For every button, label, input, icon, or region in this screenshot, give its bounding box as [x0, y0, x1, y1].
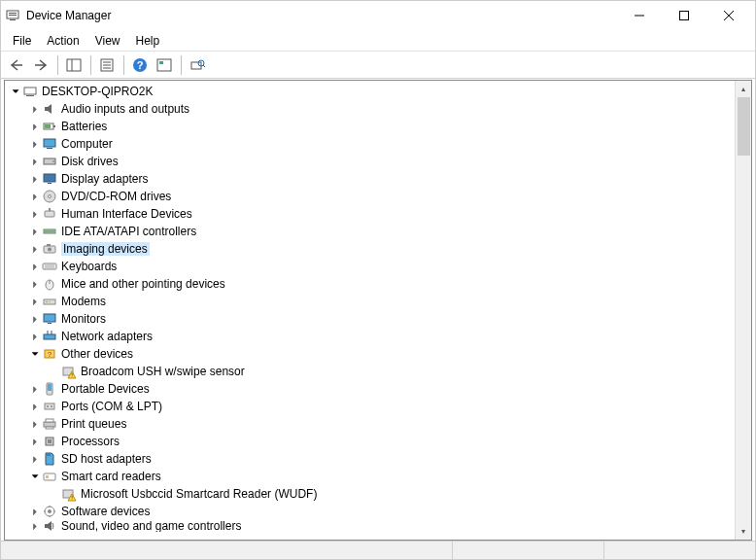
tree-category[interactable]: ⏵Disk drives	[5, 153, 751, 170]
tree-device[interactable]: !Broadcom USH w/swipe sensor	[5, 363, 751, 380]
tree-item-label: Ports (COM & LPT)	[61, 400, 162, 413]
tree-item-label: Human Interface Devices	[61, 207, 192, 221]
expand-arrow-icon[interactable]: ⏵	[28, 122, 42, 131]
help-button[interactable]: ?	[128, 54, 152, 76]
modem-icon	[42, 294, 57, 309]
svg-rect-1	[9, 13, 17, 14]
svg-rect-41	[43, 263, 56, 269]
tree-category[interactable]: ⏵Ports (COM & LPT)	[5, 398, 751, 415]
svg-rect-26	[44, 139, 55, 147]
scroll-up-button[interactable]: ▴	[736, 81, 751, 97]
expand-arrow-icon[interactable]: ⏵	[28, 227, 42, 236]
expand-arrow-icon[interactable]: ⏵	[28, 209, 42, 219]
menu-help[interactable]: Help	[128, 32, 168, 50]
minimize-button[interactable]	[617, 1, 662, 30]
tree-category[interactable]: ⏵Processors	[5, 433, 751, 450]
svg-rect-22	[26, 95, 34, 96]
tree-category[interactable]: ⏵Mice and other pointing devices	[5, 275, 751, 293]
svg-rect-64	[46, 419, 53, 422]
scroll-down-button[interactable]: ▾	[736, 523, 751, 540]
tree-device[interactable]: !Microsoft Usbccid Smartcard Reader (WUD…	[5, 485, 751, 503]
toolbar: ?	[1, 52, 755, 79]
expand-arrow-icon[interactable]: ⏵	[28, 437, 42, 446]
tree-category[interactable]: ⏵Portable Devices	[5, 380, 751, 398]
tree-category[interactable]: ⏵Print queues	[5, 415, 751, 433]
expand-arrow-icon[interactable]: ⏵	[28, 314, 42, 324]
collapse-arrow-icon[interactable]: ⏷	[28, 349, 42, 359]
expand-arrow-icon[interactable]: ⏵	[28, 384, 42, 394]
tree-category[interactable]: ⏵Batteries	[5, 118, 751, 135]
forward-button[interactable]	[29, 54, 52, 76]
tree-category[interactable]: ⏵Human Interface Devices	[5, 205, 751, 223]
svg-rect-51	[44, 334, 55, 339]
device-tree[interactable]: ⏷DESKTOP-QIPRO2K⏵Audio inputs and output…	[5, 81, 751, 540]
disk-icon	[42, 154, 57, 169]
action-button[interactable]	[153, 54, 176, 76]
tree-category[interactable]: ⏵Imaging devices	[5, 240, 751, 258]
menu-action[interactable]: Action	[39, 32, 86, 50]
keyboard-icon	[42, 259, 57, 274]
ide-icon	[42, 224, 57, 239]
scroll-thumb[interactable]	[738, 97, 750, 156]
svg-rect-60	[45, 403, 54, 409]
app-icon	[5, 8, 20, 23]
svg-rect-16	[157, 59, 171, 71]
tree-category[interactable]: ⏷Smart card readers	[5, 468, 751, 485]
ports-icon	[42, 399, 57, 414]
tree-category[interactable]: ⏵Modems	[5, 293, 751, 310]
toolbar-separator	[181, 55, 182, 75]
expand-arrow-icon[interactable]: ⏵	[28, 244, 42, 254]
tree-category[interactable]: ⏵SD host adapters	[5, 450, 751, 468]
expand-arrow-icon[interactable]: ⏵	[28, 297, 42, 306]
tree-category[interactable]: ⏵Display adapters	[5, 170, 751, 188]
back-button[interactable]	[5, 54, 28, 76]
tree-item-label: IDE ATA/ATAPI controllers	[61, 225, 196, 238]
close-button[interactable]	[706, 1, 751, 30]
expand-arrow-icon[interactable]: ⏵	[28, 454, 42, 464]
expand-arrow-icon[interactable]: ⏵	[28, 104, 42, 114]
tree-category[interactable]: ⏵Monitors	[5, 310, 751, 328]
vertical-scrollbar[interactable]: ▴ ▾	[735, 81, 751, 540]
expand-arrow-icon[interactable]: ⏵	[28, 174, 42, 184]
svg-rect-31	[48, 183, 52, 184]
expand-arrow-icon[interactable]: ⏵	[28, 419, 42, 429]
properties-button[interactable]	[95, 54, 119, 76]
tree-item-label: Display adapters	[61, 172, 148, 186]
expand-arrow-icon[interactable]: ⏵	[28, 332, 42, 341]
tree-category[interactable]: ⏵IDE ATA/ATAPI controllers	[5, 223, 751, 240]
tree-category[interactable]: ⏷?Other devices	[5, 345, 751, 363]
expand-arrow-icon[interactable]: ⏵	[28, 192, 42, 201]
status-cell	[1, 542, 453, 560]
collapse-arrow-icon[interactable]: ⏷	[28, 472, 42, 481]
collapse-arrow-icon[interactable]: ⏷	[9, 87, 22, 96]
tree-item-label: Audio inputs and outputs	[61, 102, 189, 116]
expand-arrow-icon[interactable]: ⏵	[28, 402, 42, 411]
tree-category[interactable]: ⏵Network adapters	[5, 328, 751, 345]
tree-category[interactable]: ⏵Computer	[5, 135, 751, 153]
expand-arrow-icon[interactable]: ⏵	[28, 279, 42, 289]
expand-arrow-icon[interactable]: ⏵	[28, 139, 42, 149]
tree-category[interactable]: ⏵DVD/CD-ROM drives	[5, 188, 751, 205]
expand-arrow-icon[interactable]: ⏵	[28, 262, 42, 271]
hid-icon	[42, 206, 57, 222]
expand-arrow-icon[interactable]: ⏵	[28, 507, 42, 516]
sound-icon	[42, 520, 57, 532]
title-bar: Device Manager	[1, 1, 755, 30]
content-area: ⏷DESKTOP-QIPRO2K⏵Audio inputs and output…	[4, 80, 752, 541]
tree-category[interactable]: ⏵Audio inputs and outputs	[5, 100, 751, 118]
computer-icon	[42, 136, 57, 152]
expand-arrow-icon[interactable]: ⏵	[28, 157, 42, 166]
maximize-button[interactable]	[662, 1, 706, 30]
show-hide-console-tree-button[interactable]	[62, 54, 86, 76]
menu-file[interactable]: File	[5, 32, 39, 50]
warn-icon: !	[61, 364, 77, 379]
expand-arrow-icon[interactable]: ⏵	[28, 521, 42, 531]
tree-category[interactable]: ⏵Keyboards	[5, 258, 751, 275]
tree-category[interactable]: ⏵Sound, video and game controllers	[5, 520, 751, 532]
tree-item-label: Portable Devices	[61, 382, 150, 396]
tree-root[interactable]: ⏷DESKTOP-QIPRO2K	[5, 83, 751, 100]
scan-hardware-button[interactable]	[186, 54, 209, 76]
menu-view[interactable]: View	[87, 32, 128, 50]
tree-category[interactable]: ⏵Software devices	[5, 503, 751, 520]
svg-rect-30	[44, 174, 55, 182]
